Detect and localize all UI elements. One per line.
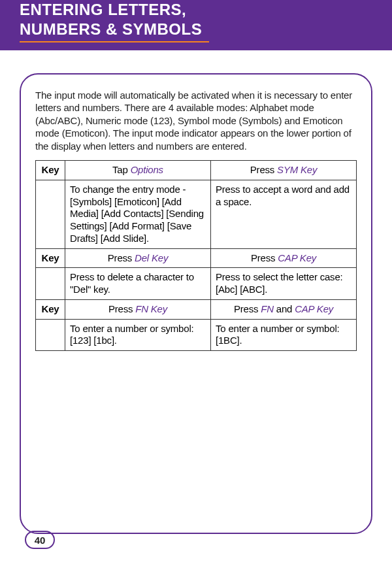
col-header-a: Press Del Key [65,248,211,268]
table-row: Key Press FN Key Press FN and CAP Key [36,299,357,319]
col-header-b: Press CAP Key [211,248,357,268]
cell-a: To enter a number or symbol: [123] [1bc]… [65,319,211,351]
header-bar: ENTERING LETTERS, NUMBERS & SYMBOLS [0,0,392,50]
page-title: ENTERING LETTERS, NUMBERS & SYMBOLS [20,0,372,39]
header-underline [20,41,209,42]
key-label: Key [36,248,65,268]
col-header-b: Press FN and CAP Key [211,299,357,319]
table-row: Key Press Del Key Press CAP Key [36,248,357,268]
title-line1: ENTERING LETTERS, [20,1,186,18]
cell-a: To change the entry mode - [Symbols] [Em… [65,180,211,248]
intro-paragraph: The input mode will automatically be act… [35,89,357,153]
table-row: To change the entry mode - [Symbols] [Em… [36,180,357,248]
empty-cell [36,180,65,248]
cell-b: Press to select the letter case: [Abc] [… [211,268,357,300]
title-line2: NUMBERS & SYMBOLS [20,20,202,38]
key-label: Key [36,161,65,180]
table-row: Press to delete a character to "Del" key… [36,268,357,300]
cell-b: Press to accept a word and add a space. [211,180,357,248]
table-row: Key Tap Options Press SYM Key [36,161,357,180]
input-mode-table: Key Tap Options Press SYM Key To change … [35,160,357,351]
key-label: Key [36,299,65,319]
cell-b: To enter a number or symbol: [1BC]. [211,319,357,351]
empty-cell [36,319,65,351]
cell-a: Press to delete a character to "Del" key… [65,268,211,300]
col-header-a: Tap Options [65,161,211,180]
empty-cell [36,268,65,300]
col-header-a: Press FN Key [65,299,211,319]
table-row: To enter a number or symbol: [123] [1bc]… [36,319,357,351]
content-frame: The input mode will automatically be act… [20,73,372,534]
col-header-b: Press SYM Key [211,161,357,180]
page-number: 40 [25,531,55,549]
